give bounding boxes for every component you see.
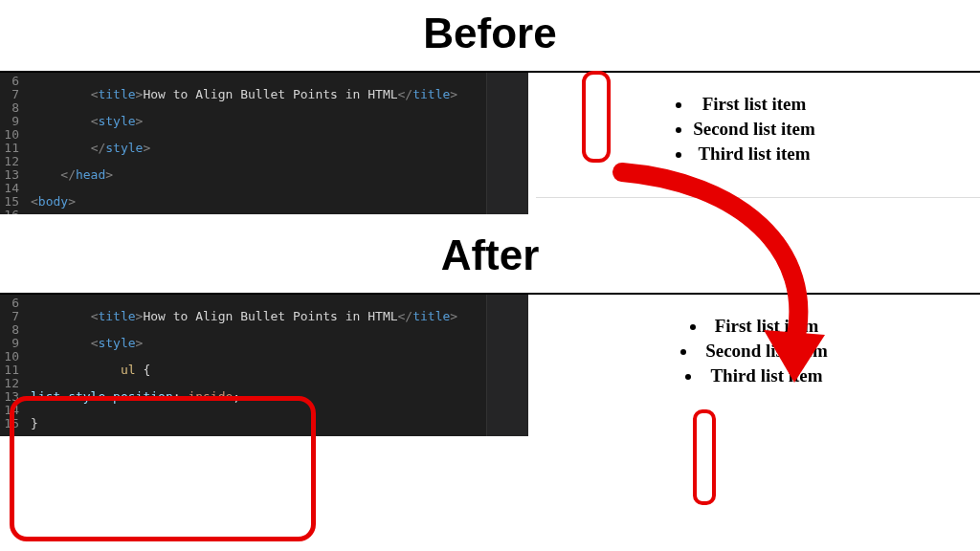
line-number: 12 — [0, 155, 19, 168]
minimap[interactable] — [486, 295, 528, 436]
code-editor-before: 6 7 8 9 10 11 12 13 14 15 16 <title>How … — [0, 73, 528, 214]
line-number: 14 — [0, 182, 19, 195]
list-item: Second list item — [680, 339, 828, 364]
preview-before-content: First list item Second list item Third l… — [528, 73, 980, 166]
list-item: Third list item — [680, 364, 828, 388]
before-row: 6 7 8 9 10 11 12 13 14 15 16 <title>How … — [0, 71, 980, 214]
line-number: 9 — [0, 337, 19, 350]
line-number: 8 — [0, 323, 19, 337]
line-number: 10 — [0, 128, 19, 142]
preview-list-after: First list item Second list item Third l… — [680, 314, 828, 388]
line-number: 8 — [0, 101, 19, 115]
heading-after: After — [0, 231, 980, 279]
line-gutter: 6 7 8 9 10 11 12 13 14 15 16 — [0, 73, 23, 214]
line-number: 15 — [0, 195, 19, 209]
heading-before: Before — [0, 10, 980, 57]
preview-after-content: First list item Second list item Third l… — [528, 295, 980, 388]
code-area[interactable]: <title>How to Align Bullet Points in HTM… — [23, 73, 486, 214]
line-number: 16 — [0, 209, 19, 214]
preview-after: First list item Second list item Third l… — [528, 295, 980, 436]
line-number: 15 — [0, 417, 19, 430]
line-gutter: 6 7 8 9 10 11 12 13 14 15 — [0, 295, 23, 436]
after-row: 6 7 8 9 10 11 12 13 14 15 <title>How to … — [0, 293, 980, 436]
divider — [536, 197, 980, 198]
preview-list-before: First list item Second list item Third l… — [693, 92, 815, 166]
line-number: 9 — [0, 115, 19, 128]
line-number: 13 — [0, 390, 19, 404]
line-number: 7 — [0, 310, 19, 323]
line-number: 14 — [0, 404, 19, 417]
line-number: 6 — [0, 297, 19, 310]
code-area[interactable]: <title>How to Align Bullet Points in HTM… — [23, 295, 486, 436]
line-number: 13 — [0, 168, 19, 182]
line-number: 12 — [0, 377, 19, 390]
line-number: 7 — [0, 88, 19, 101]
list-item: First list item — [693, 92, 815, 117]
line-number: 6 — [0, 75, 19, 88]
list-item: First list item — [680, 314, 828, 339]
code-editor-after: 6 7 8 9 10 11 12 13 14 15 <title>How to … — [0, 295, 528, 436]
list-item: Second list item — [693, 117, 815, 142]
line-number: 11 — [0, 142, 19, 155]
preview-before: First list item Second list item Third l… — [528, 73, 980, 214]
line-number: 11 — [0, 364, 19, 377]
list-item: Third list item — [693, 142, 815, 166]
line-number: 10 — [0, 350, 19, 364]
minimap[interactable] — [486, 73, 528, 214]
